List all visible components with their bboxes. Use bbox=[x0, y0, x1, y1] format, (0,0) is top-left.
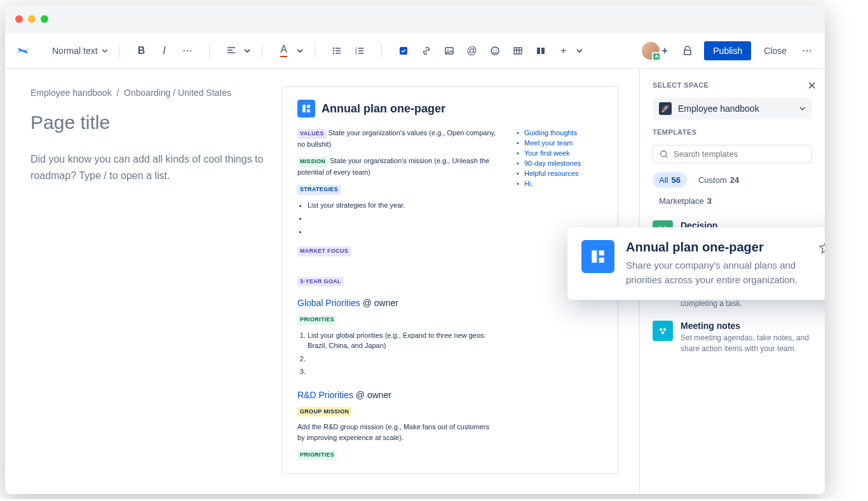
close-icon[interactable]: × bbox=[808, 77, 816, 94]
layouts-button[interactable] bbox=[531, 41, 551, 61]
svg-point-0 bbox=[332, 47, 334, 48]
template-filters: All 56Custom 24Marketplace 3 bbox=[653, 172, 812, 209]
svg-rect-20 bbox=[307, 105, 310, 108]
breadcrumb-space[interactable]: Employee handbook bbox=[31, 88, 112, 98]
svg-point-2 bbox=[332, 52, 334, 53]
list-item bbox=[308, 225, 498, 238]
window-close-dot[interactable] bbox=[15, 15, 23, 23]
hover-card-description: Share your company's annual plans and pr… bbox=[626, 258, 806, 287]
template-item-title: Meeting notes bbox=[681, 321, 812, 331]
filter-chip-custom[interactable]: Custom 24 bbox=[692, 172, 745, 188]
confluence-logo-icon bbox=[15, 43, 31, 58]
goal-tag: 3-YEAR GOAL bbox=[297, 277, 344, 287]
preview-toc-link[interactable]: Meet your team bbox=[517, 138, 602, 148]
insert-dropdown[interactable]: + bbox=[553, 41, 574, 61]
mention-button[interactable]: @ bbox=[462, 41, 482, 61]
chevron-down-icon bbox=[297, 48, 303, 54]
svg-rect-22 bbox=[592, 250, 597, 263]
svg-point-10 bbox=[493, 50, 494, 51]
filter-chip-all[interactable]: All 56 bbox=[653, 172, 687, 188]
svg-point-11 bbox=[496, 50, 497, 51]
svg-point-15 bbox=[661, 150, 667, 156]
window-minimize-dot[interactable] bbox=[28, 15, 36, 23]
align-dropdown[interactable] bbox=[221, 41, 241, 61]
svg-rect-14 bbox=[541, 48, 545, 54]
emoji-button[interactable] bbox=[485, 41, 505, 61]
templates-search[interactable] bbox=[653, 145, 812, 163]
publish-button[interactable]: Publish bbox=[704, 41, 751, 60]
chevron-down-icon bbox=[799, 105, 806, 112]
space-selector[interactable]: 🚀 Employee handbook bbox=[653, 98, 812, 119]
list-item bbox=[308, 365, 498, 378]
chevron-down-icon bbox=[244, 48, 250, 54]
window-zoom-dot[interactable] bbox=[41, 15, 48, 23]
breadcrumb-path: Onboarding / United States bbox=[124, 88, 231, 98]
template-item[interactable]: Meeting notes Set meeting agendas, take … bbox=[653, 321, 812, 354]
svg-rect-12 bbox=[514, 48, 522, 54]
global-item: List your global priorities (e.g., Expan… bbox=[308, 329, 498, 352]
priorities-tag: PRIORITIES bbox=[297, 315, 337, 325]
owner-mention: @ owner bbox=[356, 390, 391, 400]
template-hover-card[interactable]: Annual plan one-pager Share your company… bbox=[567, 227, 825, 300]
market-tag: MARKET FOCUS bbox=[297, 246, 351, 257]
text-color-button[interactable]: A bbox=[274, 41, 294, 61]
template-icon bbox=[581, 240, 614, 273]
svg-point-8 bbox=[447, 50, 449, 51]
list-item bbox=[308, 352, 498, 366]
values-text: State your organization's values (e.g., … bbox=[297, 129, 496, 148]
bullet-list-button[interactable] bbox=[327, 41, 347, 61]
svg-text:3: 3 bbox=[355, 51, 357, 55]
svg-rect-13 bbox=[537, 48, 540, 54]
list-item bbox=[308, 211, 498, 225]
strategies-tag: STRATEGIES bbox=[297, 185, 341, 195]
svg-rect-23 bbox=[599, 250, 604, 255]
priorities-tag: PRIORITIES bbox=[297, 450, 337, 460]
italic-button[interactable]: I bbox=[154, 41, 175, 61]
rd-text: Add the R&D group mission (e.g., Make fa… bbox=[297, 422, 498, 443]
space-name: Employee handbook bbox=[678, 104, 793, 114]
preview-toc-link[interactable]: Hi, bbox=[517, 178, 602, 189]
svg-point-9 bbox=[491, 47, 499, 55]
preview-toc-link[interactable]: Guiding thoughts bbox=[517, 128, 602, 138]
more-formatting-button[interactable]: ⋯ bbox=[177, 41, 198, 61]
chevron-down-icon bbox=[576, 48, 583, 54]
preview-toc-link[interactable]: Helpful resources bbox=[517, 168, 602, 178]
select-space-label: SELECT SPACE bbox=[653, 81, 812, 89]
template-icon bbox=[297, 100, 315, 117]
templates-label: TEMPLATES bbox=[653, 128, 812, 136]
user-avatar[interactable]: A bbox=[642, 42, 660, 60]
svg-point-1 bbox=[332, 50, 334, 51]
presence-badge: A bbox=[652, 52, 661, 61]
numbered-list-button[interactable]: 123 bbox=[349, 41, 370, 61]
svg-point-18 bbox=[661, 331, 664, 334]
preview-toc-link[interactable]: Your first week bbox=[517, 148, 602, 158]
image-button[interactable] bbox=[439, 41, 459, 61]
restrictions-button[interactable] bbox=[677, 41, 698, 61]
chevron-down-icon bbox=[102, 48, 108, 54]
search-input[interactable] bbox=[674, 149, 805, 159]
star-icon[interactable] bbox=[818, 240, 825, 255]
table-button[interactable] bbox=[508, 41, 528, 61]
owner-mention: @ owner bbox=[363, 298, 398, 308]
svg-rect-21 bbox=[307, 109, 310, 112]
close-button[interactable]: Close bbox=[757, 41, 793, 60]
action-item-button[interactable] bbox=[393, 41, 414, 61]
more-actions-button[interactable]: ⋯ bbox=[799, 42, 815, 59]
bold-button[interactable]: B bbox=[132, 41, 152, 61]
link-button[interactable] bbox=[416, 41, 437, 61]
text-style-label: Normal text bbox=[52, 46, 98, 56]
svg-point-17 bbox=[663, 328, 666, 331]
space-icon: 🚀 bbox=[659, 102, 672, 115]
rd-priorities-heading: R&D Priorities bbox=[297, 390, 353, 400]
svg-rect-19 bbox=[302, 105, 306, 112]
filter-chip-marketplace[interactable]: Marketplace 3 bbox=[653, 193, 718, 209]
svg-point-16 bbox=[660, 328, 662, 331]
global-priorities-heading: Global Priorities bbox=[297, 298, 360, 308]
group-mission-tag: GROUP MISSION bbox=[297, 407, 351, 417]
template-item-description: Set meeting agendas, take notes, and sha… bbox=[681, 333, 812, 354]
editor-toolbar: Normal text B I ⋯ A 123 @ bbox=[5, 33, 825, 69]
text-style-dropdown[interactable]: Normal text bbox=[46, 43, 114, 58]
template-preview-title: Annual plan one-pager bbox=[322, 102, 445, 116]
strategies-item: List your strategies for the year. bbox=[308, 199, 498, 212]
preview-toc-link[interactable]: 90-day milestones bbox=[517, 158, 602, 168]
